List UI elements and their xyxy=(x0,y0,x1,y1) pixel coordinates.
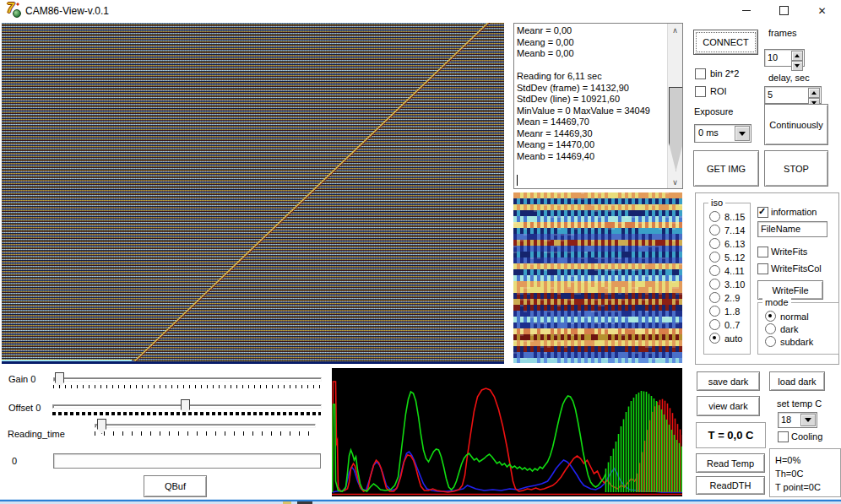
roi-label: ROI xyxy=(710,86,727,96)
gain-slider-track[interactable] xyxy=(53,377,322,382)
iso-option-label: 7..14 xyxy=(724,225,745,236)
bin-label: bin 2*2 xyxy=(710,68,739,79)
iso-option-label: 6..13 xyxy=(724,239,745,249)
filename-input[interactable]: FileName xyxy=(757,221,827,237)
radio-icon xyxy=(709,238,720,249)
radio-icon xyxy=(709,265,720,276)
continuously-button[interactable]: Continuously xyxy=(764,104,828,145)
delay-spinner[interactable]: 5 xyxy=(764,86,822,104)
iso-options: 8..157..146..135..124..113..102..91..80.… xyxy=(709,212,745,343)
iso-option-4[interactable]: 4..11 xyxy=(709,266,745,275)
writefitscol-checkbox[interactable] xyxy=(757,263,768,274)
iso-option-5[interactable]: 3..10 xyxy=(709,279,745,289)
exposure-dropdown-icon[interactable] xyxy=(735,126,750,141)
memo-scrollbar[interactable]: ∧ ∨ xyxy=(667,24,682,188)
reading-time-label: Reading_time xyxy=(8,429,65,439)
gain-label: Gain 0 xyxy=(8,374,35,384)
iso-option-6[interactable]: 2..9 xyxy=(709,293,745,302)
mode-option-label: dark xyxy=(780,324,798,334)
iso-option-8[interactable]: 0..7 xyxy=(709,320,745,329)
scrollbar-thumb[interactable] xyxy=(669,87,683,171)
iso-option-0[interactable]: 8..15 xyxy=(709,212,745,221)
read-dth-button[interactable]: ReadDTH xyxy=(696,476,765,495)
iso-option-label: auto xyxy=(724,333,742,344)
mode-groupbox: mode normaldarksubdark xyxy=(757,302,839,355)
radio-icon xyxy=(709,292,720,303)
writefits-checkbox[interactable] xyxy=(757,247,768,257)
iso-option-3[interactable]: 5..12 xyxy=(709,252,745,262)
set-temp-combobox[interactable]: 18 xyxy=(778,412,817,428)
iso-group-label: iso xyxy=(708,198,725,208)
connect-button[interactable]: CONNECT xyxy=(693,30,758,55)
radio-icon xyxy=(765,336,776,347)
offset-label: Offset 0 xyxy=(8,403,41,413)
maximize-icon xyxy=(779,6,789,15)
minimize-icon xyxy=(742,10,751,11)
title-bar[interactable]: 7 CAM86-View-v.0.1 ✕ xyxy=(0,0,841,21)
information-checkbox[interactable] xyxy=(757,207,768,218)
delay-label: delay, sec xyxy=(768,73,810,83)
mosaic-preview xyxy=(513,192,682,363)
radio-icon xyxy=(709,319,720,330)
information-label: information xyxy=(771,207,817,217)
frames-up-icon[interactable] xyxy=(791,51,803,61)
set-temp-label: set temp C xyxy=(777,398,822,409)
env-panel: H=0% Th=0C T point=0C xyxy=(769,448,841,497)
exposure-combobox[interactable]: 0 ms xyxy=(694,124,751,143)
mode-option-1[interactable]: dark xyxy=(765,324,813,333)
progress-label: 0 xyxy=(12,456,17,466)
iso-option-label: 0..7 xyxy=(724,320,740,330)
radio-icon xyxy=(765,311,776,322)
roi-checkbox[interactable] xyxy=(695,86,706,97)
scroll-up-arrow-icon[interactable]: ∧ xyxy=(668,24,682,36)
exposure-label: Exposure xyxy=(694,106,733,117)
frames-spinner[interactable]: 10 xyxy=(764,49,805,67)
radio-icon xyxy=(709,225,720,236)
iso-option-1[interactable]: 7..14 xyxy=(709,225,745,235)
read-temp-button[interactable]: Read Temp xyxy=(696,453,765,473)
iso-option-label: 4..11 xyxy=(724,266,745,276)
offset-ticks xyxy=(52,412,321,415)
mode-option-label: normal xyxy=(780,312,809,322)
mode-option-label: subdark xyxy=(780,337,813,347)
scroll-down-arrow-icon[interactable]: ∨ xyxy=(668,176,682,188)
rgb-histogram xyxy=(332,368,682,496)
iso-groupbox: iso 8..157..146..135..124..113..102..91.… xyxy=(703,203,751,355)
text-caret xyxy=(517,175,518,186)
save-dark-button[interactable]: save dark xyxy=(697,371,760,391)
set-temp-dropdown-icon[interactable] xyxy=(800,414,816,426)
cooling-checkbox[interactable] xyxy=(778,431,789,442)
filename-value: FileName xyxy=(761,224,800,234)
mode-option-0[interactable]: normal xyxy=(765,312,813,321)
stop-button[interactable]: STOP xyxy=(764,150,828,187)
load-dark-button[interactable]: load dark xyxy=(769,371,825,391)
memo-text: Meanr = 0,00 Meang = 0,00 Meanb = 0,00 R… xyxy=(517,25,665,162)
delay-up-icon[interactable] xyxy=(808,88,820,98)
main-image-view xyxy=(2,23,504,364)
globe-icon xyxy=(13,9,21,18)
qbuf-button[interactable]: QBuf xyxy=(144,475,207,497)
iso-option-2[interactable]: 6..13 xyxy=(709,239,745,248)
info-memo[interactable]: Meanr = 0,00 Meang = 0,00 Meanb = 0,00 R… xyxy=(513,23,683,189)
maximize-button[interactable] xyxy=(765,0,803,21)
iso-option-9[interactable]: auto xyxy=(709,333,745,343)
view-dark-button[interactable]: view dark xyxy=(697,396,760,416)
window-title: CAM86-View-v.0.1 xyxy=(25,5,109,17)
radio-icon xyxy=(709,306,720,317)
minimize-button[interactable] xyxy=(727,0,765,21)
radio-icon xyxy=(709,279,720,290)
reading-time-slider-track[interactable] xyxy=(95,424,316,428)
bin-checkbox[interactable] xyxy=(695,68,706,79)
iso-option-7[interactable]: 1..8 xyxy=(709,306,745,316)
iso-option-label: 3..10 xyxy=(724,279,745,290)
frames-down-icon[interactable] xyxy=(791,61,803,71)
app-window: 7 CAM86-View-v.0.1 ✕ Meanr = 0,00 Meang … xyxy=(0,0,841,504)
mode-option-2[interactable]: subdark xyxy=(765,337,813,346)
get-img-button[interactable]: GET IMG xyxy=(693,150,759,187)
delay-value: 5 xyxy=(768,89,773,100)
iso-option-label: 8..15 xyxy=(724,212,745,222)
tpoint-value: T point=0C xyxy=(775,482,821,492)
close-button[interactable]: ✕ xyxy=(803,0,841,21)
iso-option-label: 1..8 xyxy=(724,306,740,317)
writefits-label: WriteFits xyxy=(771,247,807,257)
